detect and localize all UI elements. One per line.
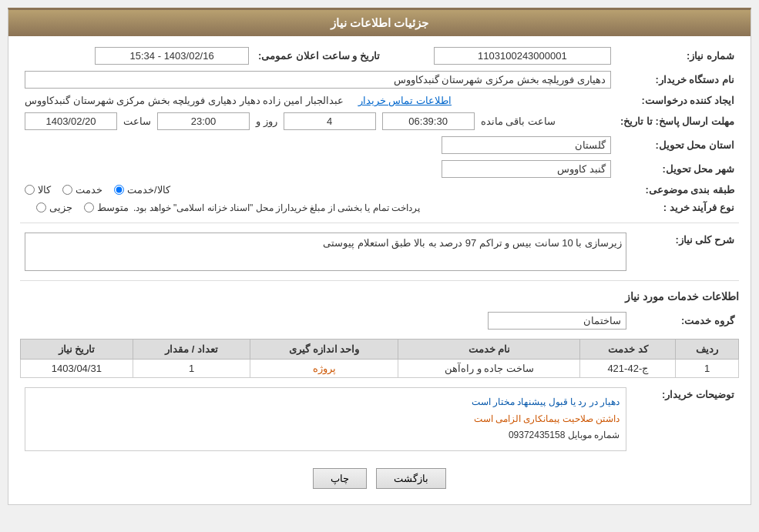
- col-code: کد خدمت: [580, 340, 676, 360]
- process-jozii-option[interactable]: جزیی: [36, 202, 72, 213]
- services-table: ردیف کد خدمت نام خدمت واحد اندازه گیری ت…: [20, 339, 739, 378]
- category-khedmat-option[interactable]: خدمت: [62, 184, 102, 196]
- reply-deadline-label: مهلت ارسال پاسخ: تا تاریخ:: [616, 109, 739, 133]
- delivery-province-label: استان محل تحویل:: [616, 133, 739, 157]
- delivery-province-value: گلستان: [442, 136, 611, 154]
- services-section-title: اطلاعات خدمات مورد نیاز: [20, 287, 739, 306]
- process-note: پرداخت تمام یا بخشی از مبلغ خریداراز محل…: [133, 202, 420, 213]
- buyer-note-line3: شماره موبایل 09372435158: [32, 427, 620, 444]
- need-description-value: زیرسازی با 10 سانت بیس و تراکم 97 درصد ب…: [25, 233, 626, 271]
- buyer-org-label: نام دستگاه خریدار:: [616, 68, 739, 92]
- category-kala-khedmat-option[interactable]: کالا/خدمت: [114, 184, 170, 196]
- announcement-date-value: 1403/02/16 - 15:34: [95, 47, 249, 65]
- announcement-datetime-label: تاریخ و ساعت اعلان عمومی:: [254, 44, 385, 68]
- print-button[interactable]: چاپ: [313, 468, 367, 489]
- deadline-date-value: 1403/02/20: [25, 112, 117, 130]
- page-title: جزئیات اطلاعات نیاز: [8, 10, 751, 36]
- days-value: 4: [284, 112, 376, 130]
- hours-remaining-label: ساعت باقی مانده: [481, 115, 556, 127]
- buyer-note-line1: دهیار در رد یا قبول پیشنهاد مختار است: [32, 394, 620, 411]
- col-name: نام خدمت: [398, 340, 580, 360]
- creator-label: ایجاد کننده درخواست:: [616, 92, 739, 109]
- process-motovaset-option[interactable]: متوسط: [84, 202, 129, 213]
- category-kala-option[interactable]: کالا: [25, 184, 51, 196]
- back-button[interactable]: بازگشت: [376, 468, 446, 489]
- buyer-org-value: دهیاری فوریلچه بخش مرکزی شهرستان گنبدکاو…: [25, 71, 611, 89]
- days-label-static: روز و: [256, 115, 277, 127]
- category-label: طبقه بندی موضوعی:: [616, 181, 739, 199]
- service-group-value: ساختمان: [488, 312, 626, 330]
- delivery-city-label: شهر محل تحویل:: [616, 157, 739, 181]
- need-number-label: شماره نیاز:: [616, 44, 739, 68]
- service-group-label: گروه خدمت:: [631, 309, 739, 333]
- remaining-time-value: 06:39:30: [382, 112, 475, 130]
- time-label-static: ساعت: [123, 115, 151, 127]
- deadline-time-value: 23:00: [157, 112, 250, 130]
- process-type-label: نوع فرآیند خرید :: [616, 199, 739, 216]
- action-buttons: بازگشت چاپ: [20, 468, 739, 489]
- delivery-city-value: گنبد کاووس: [442, 160, 611, 178]
- buyer-notes-value: دهیار در رد یا قبول پیشنهاد مختار است دا…: [25, 387, 626, 451]
- contact-info-link[interactable]: اطلاعات تماس خریدار: [358, 95, 452, 106]
- table-row: 1ج-42-421ساخت جاده و راه‌آهنپروژه11403/0…: [21, 360, 739, 378]
- col-quantity: تعداد / مقدار: [133, 340, 250, 360]
- col-row: ردیف: [676, 340, 739, 360]
- need-desc-label: شرح کلی نیاز:: [631, 229, 739, 274]
- col-date: تاریخ نیاز: [21, 340, 133, 360]
- need-number-value: 1103100243000001: [434, 47, 611, 65]
- buyer-notes-label: توضیحات خریدار:: [631, 384, 739, 460]
- buyer-note-line2: داشتن صلاحیت پیمانکاری الزامی است: [32, 411, 620, 428]
- col-unit: واحد اندازه گیری: [250, 340, 398, 360]
- creator-value: عبدالجبار امین زاده دهیار دهیاری فوریلچه…: [25, 95, 344, 106]
